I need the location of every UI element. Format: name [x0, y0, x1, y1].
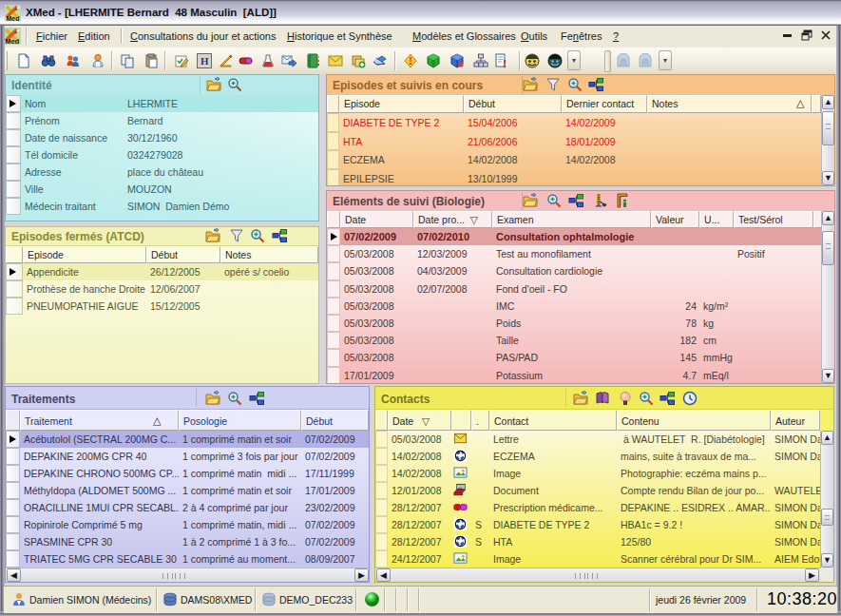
svg-text:H: H — [201, 55, 209, 67]
svg-text:Med: Med — [7, 15, 20, 22]
svg-text:Med: Med — [6, 37, 20, 45]
svg-text:!: ! — [503, 56, 507, 68]
